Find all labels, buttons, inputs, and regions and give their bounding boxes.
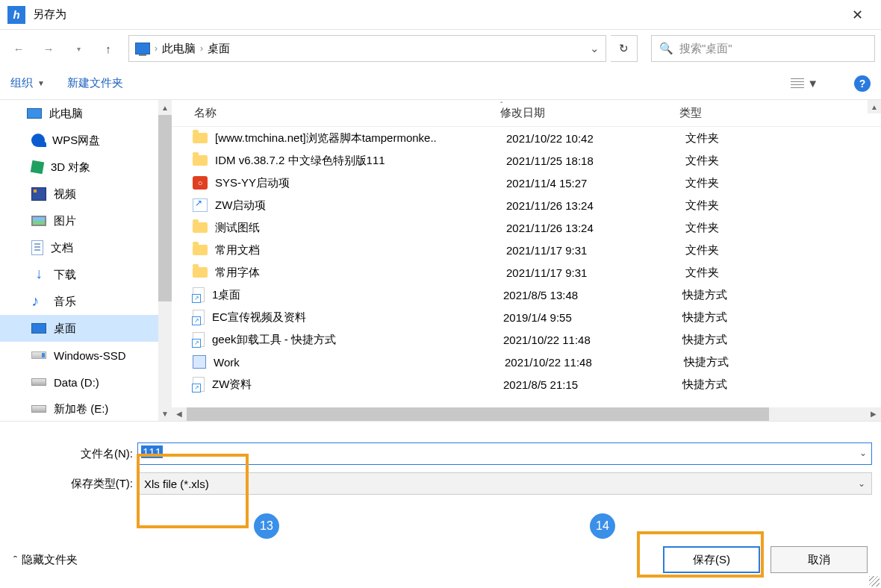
chevron-down-icon[interactable]: ⌄ <box>858 478 865 489</box>
scroll-down-icon[interactable]: ▼ <box>158 406 172 421</box>
file-name: ZW启动项 <box>215 198 506 213</box>
path-current[interactable]: 桌面 <box>208 42 230 56</box>
path-bar[interactable]: › 此电脑 › 桌面 ⌄ <box>128 35 606 62</box>
organize-button[interactable]: 组织▼ <box>10 76 45 90</box>
app-logo-icon: h <box>7 6 25 24</box>
sidebar-item[interactable]: Data (D:) <box>0 369 172 395</box>
file-name: 测试图纸 <box>215 221 506 235</box>
sidebar-item[interactable]: 3D 对象 <box>0 154 172 181</box>
file-row[interactable]: ZW启动项2021/11/26 13:24文件夹 <box>172 194 881 216</box>
close-button[interactable]: ✕ <box>841 2 874 28</box>
up-button[interactable]: ↑ <box>96 36 121 61</box>
toolbar: 组织▼ 新建文件夹 ▼ ? <box>0 67 881 100</box>
video-icon <box>31 187 46 201</box>
file-date: 2019/1/4 9:55 <box>503 311 682 324</box>
3d-icon <box>31 160 45 175</box>
filename-value: 111 <box>141 445 163 458</box>
file-row[interactable]: ZW资料2021/8/5 21:15快捷方式 <box>172 373 881 395</box>
refresh-button[interactable]: ↻ <box>611 35 638 62</box>
sidebar-item[interactable]: 图片 <box>0 207 172 234</box>
forward-button[interactable]: → <box>36 36 61 61</box>
main-area: 此电脑WPS网盘3D 对象视频图片文档↓下载♪音乐桌面Windows-SSDDa… <box>0 100 881 421</box>
sidebar-item[interactable]: 桌面 <box>0 315 172 342</box>
ssd-icon <box>31 351 46 359</box>
chevron-down-icon: ▼ <box>807 77 818 90</box>
file-date: 2021/11/4 15:27 <box>506 177 685 190</box>
chevron-down-icon[interactable]: ⌄ <box>590 42 600 55</box>
file-pane: 名称 ˆ 修改日期 类型 ▲ [www.tmchina.net]浏览器脚本tam… <box>172 100 881 421</box>
wps-icon <box>31 134 45 147</box>
file-row[interactable]: EC宣传视频及资料2019/1/4 9:55快捷方式 <box>172 306 881 328</box>
column-name[interactable]: 名称 ˆ <box>172 106 493 120</box>
sidebar-item[interactable]: ♪音乐 <box>0 288 172 315</box>
file-type: 快捷方式 <box>682 310 727 325</box>
scrollbar-thumb[interactable] <box>187 407 769 421</box>
scroll-up-icon[interactable]: ▲ <box>158 100 172 115</box>
details-view-icon <box>791 78 804 89</box>
scrollbar-thumb[interactable] <box>158 115 172 301</box>
hide-folders-button[interactable]: ˆ 隐藏文件夹 <box>13 553 78 567</box>
nav-row: ← → ▾ ↑ › 此电脑 › 桌面 ⌄ ↻ 🔍 搜索"桌面" <box>0 30 881 67</box>
file-row[interactable]: [www.tmchina.net]浏览器脚本tamperm​onke..2021… <box>172 127 881 149</box>
sidebar-item[interactable]: 此电脑 <box>0 100 172 127</box>
sidebar-item[interactable]: 文档 <box>0 234 172 261</box>
file-row[interactable]: Work2021/10/22 11:48快捷方式 <box>172 351 881 373</box>
resize-grip-icon[interactable] <box>869 576 880 587</box>
file-type: 文件夹 <box>685 154 719 168</box>
file-date: 2021/11/26 13:24 <box>506 222 685 234</box>
chevron-down-icon[interactable]: ⌄ <box>859 448 867 458</box>
drive-icon <box>31 378 46 386</box>
help-button[interactable]: ? <box>854 75 871 92</box>
file-name: [www.tmchina.net]浏览器脚本tamperm​onke.. <box>215 131 506 146</box>
cancel-button[interactable]: 取消 <box>771 546 868 573</box>
file-type: 文件夹 <box>685 176 719 190</box>
file-row[interactable]: geek卸载工具 - 快捷方式2021/10/22 11:48快捷方式 <box>172 328 881 351</box>
view-mode-button[interactable]: ▼ <box>791 77 818 90</box>
search-input[interactable]: 🔍 搜索"桌面" <box>651 35 875 62</box>
sidebar-item[interactable]: WPS网盘 <box>0 127 172 154</box>
column-type[interactable]: 类型 <box>672 106 702 120</box>
column-date[interactable]: 修改日期 <box>493 106 672 120</box>
file-type: 快捷方式 <box>682 378 727 392</box>
recent-dropdown-icon[interactable]: ▾ <box>66 36 91 61</box>
new-folder-button[interactable]: 新建文件夹 <box>67 76 123 90</box>
file-date: 2021/8/5 21:15 <box>503 378 682 391</box>
header-scroll-up-icon[interactable]: ▲ <box>868 100 881 113</box>
file-name: IDM v6.38.7.2 中文绿色特别版111 <box>215 154 506 168</box>
back-button[interactable]: ← <box>6 36 31 61</box>
sidebar-item[interactable]: Windows-SSD <box>0 342 172 369</box>
file-type: 文件夹 <box>685 221 719 235</box>
sidebar-item[interactable]: 视频 <box>0 181 172 207</box>
file-name: 1桌面 <box>212 288 503 302</box>
file-date: 2021/10/22 10:42 <box>506 132 685 145</box>
filetype-label: 保存类型(T): <box>0 477 137 491</box>
file-row[interactable]: 常用字体2021/11/17 9:31文件夹 <box>172 261 881 284</box>
music-icon: ♪ <box>31 295 46 308</box>
scroll-left-icon[interactable]: ◀ <box>172 407 187 421</box>
sidebar-scrollbar[interactable]: ▲ ▼ <box>158 100 172 421</box>
sidebar-item[interactable]: ↓下载 <box>0 261 172 288</box>
sidebar-item[interactable]: 新加卷 (E:) <box>0 395 172 421</box>
file-row[interactable]: 常用文档2021/11/17 9:31文件夹 <box>172 239 881 261</box>
file-type: 快捷方式 <box>682 288 727 302</box>
pc-icon <box>135 43 150 54</box>
horizontal-scrollbar[interactable]: ◀ ▶ <box>172 407 881 421</box>
annotation-badge: 13 <box>254 513 279 539</box>
file-date: 2021/11/25 18:18 <box>506 154 685 167</box>
file-type: 快捷方式 <box>684 355 729 369</box>
file-row[interactable]: IDM v6.38.7.2 中文绿色特别版1112021/11/25 18:18… <box>172 149 881 172</box>
file-row[interactable]: ○SYS-YY启动项2021/11/4 15:27文件夹 <box>172 172 881 194</box>
filetype-select[interactable]: Xls file (*.xls) ⌄ <box>137 472 872 495</box>
path-root[interactable]: 此电脑 <box>162 42 196 56</box>
file-date: 2021/11/17 9:31 <box>506 266 685 279</box>
file-row[interactable]: 1桌面2021/8/5 13:48快捷方式 <box>172 284 881 306</box>
file-date: 2021/10/22 11:48 <box>505 356 684 369</box>
link-icon <box>193 310 205 325</box>
save-button[interactable]: 保存(S) <box>663 546 760 573</box>
chevron-up-icon: ˆ <box>13 554 17 566</box>
scroll-right-icon[interactable]: ▶ <box>866 407 881 421</box>
file-row[interactable]: 测试图纸2021/11/26 13:24文件夹 <box>172 216 881 239</box>
chevron-down-icon: ▼ <box>37 79 45 87</box>
filename-input[interactable]: 111 ⌄ <box>137 442 872 465</box>
search-placeholder: 搜索"桌面" <box>679 42 732 56</box>
